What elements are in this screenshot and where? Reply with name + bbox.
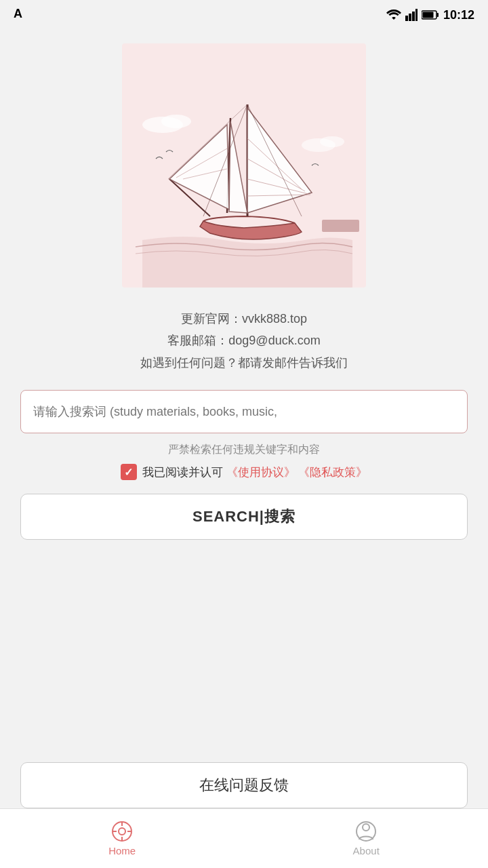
nav-about-label: About [353, 845, 380, 856]
wifi-icon [386, 9, 401, 21]
nav-home-label: Home [108, 845, 136, 856]
search-button[interactable]: SEARCH|搜索 [20, 494, 468, 540]
warning-text: 严禁检索任何违规关键字和内容 [168, 443, 320, 457]
signal-icon [405, 9, 418, 21]
hero-image [122, 43, 366, 288]
nav-item-home[interactable]: Home [81, 815, 163, 862]
svg-point-26 [119, 828, 125, 835]
agreement-row: 我已阅读并认可 《使用协议》 《隐私政策》 [121, 464, 367, 480]
status-icons: 10:12 [386, 8, 474, 22]
battery-icon [422, 10, 439, 20]
svg-point-24 [320, 136, 344, 147]
status-bar: A 10:12 [0, 0, 488, 30]
home-icon [111, 821, 133, 842]
svg-rect-8 [322, 220, 359, 232]
svg-rect-0 [405, 16, 408, 21]
info-text: 更新官网：vvkk888.top 客服邮箱：dog9@duck.com 如遇到任… [140, 308, 348, 374]
carrier-indicator: A [14, 7, 22, 21]
agreement-text: 我已阅读并认可 《使用协议》 《隐私政策》 [142, 465, 367, 480]
nav-item-about[interactable]: About [326, 815, 407, 862]
svg-rect-5 [436, 13, 439, 17]
hero-image-container [122, 43, 366, 288]
terms-link[interactable]: 《使用协议》 [226, 466, 296, 479]
agreement-checkbox[interactable] [121, 464, 137, 480]
info-line2: 客服邮箱：dog9@duck.com [140, 330, 348, 351]
svg-rect-3 [415, 9, 418, 21]
search-input[interactable] [20, 390, 468, 433]
status-time: 10:12 [443, 8, 474, 22]
info-line1: 更新官网：vvkk888.top [140, 308, 348, 330]
bottom-nav: Home About [0, 808, 488, 868]
svg-rect-2 [412, 12, 415, 21]
svg-rect-1 [409, 14, 411, 21]
svg-rect-6 [422, 12, 433, 18]
svg-point-22 [161, 115, 191, 128]
main-content: 更新官网：vvkk888.top 客服邮箱：dog9@duck.com 如遇到任… [0, 30, 488, 868]
feedback-button[interactable]: 在线问题反馈 [20, 762, 468, 808]
info-line3: 如遇到任何问题？都请发邮件告诉我们 [140, 352, 348, 374]
svg-point-31 [363, 824, 369, 831]
privacy-link[interactable]: 《隐私政策》 [298, 466, 367, 479]
about-icon [355, 821, 377, 842]
